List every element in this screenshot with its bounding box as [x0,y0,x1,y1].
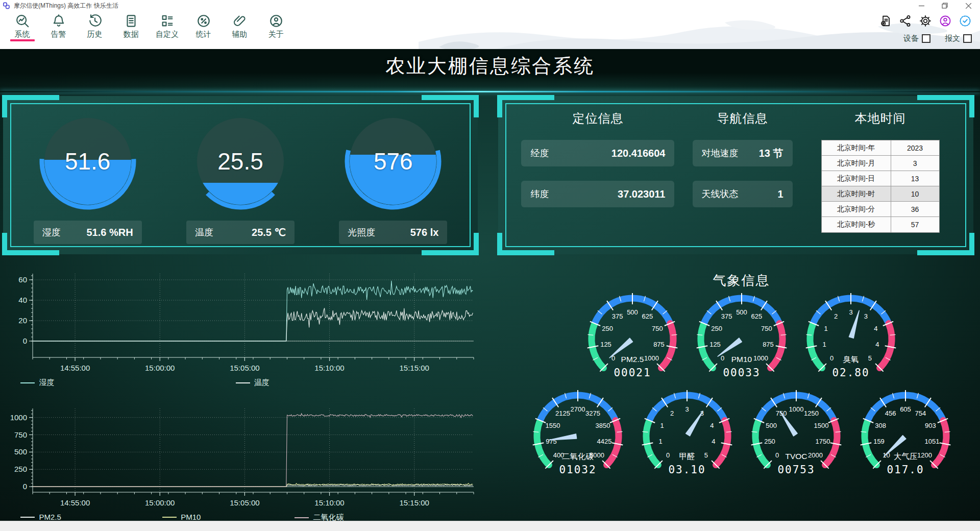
toolbar-item-assist[interactable]: 辅助 [222,13,258,41]
time-row-value: 2023 [891,140,939,155]
svg-text:4: 4 [712,438,715,445]
legend-line-marker [162,517,177,518]
svg-text:15:00:00: 15:00:00 [145,364,175,372]
share-nodes-icon [899,14,912,28]
svg-text:4: 4 [875,341,879,348]
legend-line-marker [20,517,35,518]
toolbar-right-icons [879,14,972,28]
paperclip-icon [232,13,248,29]
app-window: 摩尔信使(MThings) 高效工作 快乐生活 [0,0,980,531]
toolbar-item-alarm[interactable]: 告警 [40,13,77,41]
svg-text:2125: 2125 [555,409,570,417]
toolbar-report-button[interactable] [879,14,892,28]
svg-text:2700: 2700 [570,405,585,413]
gear-icon [919,14,932,28]
toolbar-account-button[interactable] [939,14,952,28]
toolbar-item-label: 辅助 [232,30,248,39]
legend-line-marker [20,382,35,383]
svg-text:1051: 1051 [924,438,939,445]
gauge-number: 25.5 [197,118,284,205]
close-icon [966,3,971,9]
active-underline [228,39,252,41]
toolbar-item-stats[interactable]: 统计 [185,13,222,41]
device-toggle: 设备 [903,34,930,43]
bell-icon [51,13,66,29]
legend-line-marker [236,382,250,383]
antenna-status-value: 1 [777,188,783,200]
gauge-digital-value: 03.10 [668,464,705,476]
toolbar-item-label: 关于 [268,30,284,39]
gauge-name: 臭氧 [843,355,859,364]
time-table-row: 北京时间-时 10 [822,186,939,202]
svg-text:1: 1 [824,325,827,332]
time-row-value: 57 [891,217,939,232]
message-checkbox[interactable] [963,34,972,43]
gauge-digital-value: 017.0 [887,464,924,476]
navigation-info-section: 导航信息 对地速度 13 节 天线状态 1 [682,110,802,246]
time-row-label: 北京时间-日 [822,171,891,186]
svg-text:3: 3 [849,308,852,316]
svg-text:5: 5 [704,451,707,459]
info-panel: 定位信息 经度 120.416604 纬度 37.023011 导航信息 对地速… [498,96,973,254]
gauge-value: 576 lx [410,227,439,238]
doc-check-icon [879,14,892,28]
section-title: 本地时间 [855,110,906,127]
minimize-button[interactable] [910,0,933,11]
time-row-label: 北京时间-时 [822,186,891,201]
toolbar-item-custom[interactable]: 自定义 [149,13,185,41]
svg-text:308: 308 [875,422,886,429]
svg-text:60: 60 [18,275,27,284]
gauge-readout: 温度 25.5 ℃ [186,221,295,244]
active-underline [10,39,35,41]
gauge-digital-value: 00033 [723,367,760,379]
svg-text:159: 159 [873,438,885,445]
time-row-value: 13 [891,171,939,186]
svg-text:0: 0 [720,354,724,362]
toolbar-share-button[interactable] [899,14,912,28]
active-underline [155,39,180,41]
weather-gauge-TVOC: 025050075010001250150017502000TVOC00753 [742,387,851,484]
svg-text:3850: 3850 [595,422,610,429]
svg-text:456: 456 [885,409,896,417]
close-button[interactable] [957,0,980,11]
toolbar-item-data[interactable]: 数据 [113,13,149,41]
svg-text:1500: 1500 [814,422,828,429]
liquid-circle: 25.5 [197,118,284,205]
svg-text:14:55:00: 14:55:00 [60,498,90,507]
svg-text:1000: 1000 [10,413,27,422]
history-clock-icon [87,13,103,29]
svg-text:375: 375 [721,312,732,320]
document-icon [124,13,139,29]
svg-text:5: 5 [868,354,871,362]
svg-text:0: 0 [775,451,778,459]
active-underline [191,39,216,41]
maximize-button[interactable] [933,0,957,11]
toolbar-settings-button[interactable] [919,14,932,28]
svg-text:15:00:00: 15:00:00 [145,498,175,507]
device-checkbox[interactable] [922,34,930,43]
svg-text:3275: 3275 [585,409,600,417]
longitude-tile: 经度 120.416604 [521,140,674,166]
svg-text:903: 903 [925,422,936,429]
gauge-number: 576 [350,118,436,205]
legend-item: PM2.5 [20,513,61,521]
layout-icon [160,13,175,29]
toolbar-item-label: 数据 [124,30,139,39]
svg-text:1000: 1000 [789,405,803,413]
toolbar-item-about[interactable]: 关于 [258,13,294,41]
liquid-gauge-temperature: 25.5 温度 25.5 ℃ [165,111,316,244]
gauge-name: PM10 [731,355,752,364]
toolbar-item-system[interactable]: 系统 [4,13,40,41]
section-title: 导航信息 [717,110,768,127]
svg-text:754: 754 [915,409,926,417]
liquid-gauge-illuminance: 576 光照度 576 lx [317,111,469,244]
toolbar-verified-button[interactable] [959,14,972,28]
svg-text:750: 750 [14,430,27,439]
gauge-name: 二氧化碳 [562,452,594,461]
time-table-row: 北京时间-秒 57 [822,217,939,232]
svg-text:3: 3 [685,405,689,413]
gauge-name: 甲醛 [679,452,695,461]
time-table-row: 北京时间-分 36 [822,202,939,217]
gauge-name: TVOC [785,452,807,461]
toolbar-item-history[interactable]: 历史 [77,13,113,41]
